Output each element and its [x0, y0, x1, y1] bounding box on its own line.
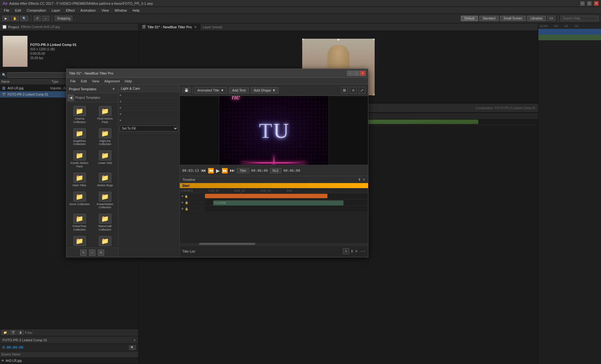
titler-menu-help[interactable]: Help [122, 79, 134, 84]
templates-back-btn[interactable]: ◀ [68, 95, 74, 101]
effects-controls-tab[interactable]: Effects Controls Art2-LR.jpg [21, 25, 60, 29]
ae-track-eye[interactable]: 👁 [1, 359, 4, 362]
menu-edit[interactable]: Edit [13, 8, 24, 13]
template-social-media[interactable]: 📁 Social Media [68, 235, 91, 248]
titler-menu-alignment[interactable]: Alignment [102, 79, 122, 84]
titler-menu-view[interactable]: View [89, 79, 102, 84]
menu-file[interactable]: File [1, 8, 12, 13]
template-fluid-motion[interactable]: 📁 Fluid Motion Pack [93, 105, 117, 125]
thumbnail-preview [3, 36, 27, 67]
track-2-eye[interactable]: 👁 [181, 201, 184, 204]
titler-menu-edit[interactable]: Edit [78, 79, 89, 84]
minimize-button[interactable]: ─ [580, 1, 585, 6]
fr-mark-3: 15f [574, 25, 578, 28]
track-1-eye[interactable]: 👁 [181, 195, 184, 198]
play-button[interactable]: ▶ [3, 16, 9, 21]
template-onair[interactable]: 📁 OnAir Collection [68, 190, 91, 211]
workspace-default[interactable]: Default [461, 16, 478, 21]
template-motion-bugs[interactable]: 📁 Motion Bugs [93, 171, 117, 188]
close-button[interactable]: ✕ [594, 1, 598, 6]
template-primetime[interactable]: 📁 PrimeTime Collection [68, 212, 91, 233]
titler-minimize[interactable]: ─ [347, 71, 353, 76]
canvas-grid-btn[interactable]: ⊞ [341, 87, 348, 94]
template-highline[interactable]: 📁 HighLine Collection [93, 127, 117, 148]
titler-menu-file[interactable]: File [68, 79, 78, 84]
rotate-tool[interactable]: ↺ [34, 16, 41, 21]
template-retrocraft[interactable]: 📁 RetroCraft Collection [93, 212, 117, 233]
templates-list-btn[interactable]: ≡ [98, 249, 104, 256]
titler-tl-scrollbar-thumb[interactable] [199, 243, 255, 245]
ae-tl-search-btn[interactable]: 🔍 [129, 345, 136, 350]
workspace-standard[interactable]: Standard [479, 16, 499, 21]
hand-tool[interactable]: ✋ [11, 16, 19, 21]
props-layer-3[interactable]: ≡ [118, 105, 179, 111]
workspace-more[interactable]: >> [547, 16, 555, 21]
title-list-expand[interactable]: ⬆ [350, 248, 354, 254]
snapping-btn[interactable]: Snapping [55, 16, 72, 21]
track-1-lock[interactable]: 🔒 [184, 195, 188, 198]
search-input[interactable] [561, 16, 598, 21]
titler-tl-expand[interactable]: ⬆ [358, 177, 361, 182]
template-sports[interactable]: 📁 Sports Collection [93, 235, 117, 248]
canvas-view-btn[interactable]: ≡ [350, 87, 357, 94]
titler-skip-end[interactable]: ⏭ [230, 168, 235, 173]
titler-step-fwd[interactable]: ⏩ [222, 168, 228, 174]
titler-track-3-label: 👁 🔒 [180, 207, 205, 210]
menu-effect[interactable]: Effect [63, 8, 77, 13]
title-list-add-btn[interactable]: + [343, 248, 349, 254]
props-layer-5[interactable]: ≡ [118, 117, 179, 124]
templates-delete-btn[interactable]: − [89, 249, 95, 256]
menu-window[interactable]: Window [112, 8, 129, 13]
titler-track-1-label: 👁 🔒 [180, 195, 205, 198]
track-2-lock[interactable]: 🔒 [185, 201, 188, 204]
titler-label-btn[interactable]: Titler [237, 168, 249, 173]
template-powermotion[interactable]: 📁 PowerMotion Collection [93, 190, 117, 211]
props-layer-1[interactable]: ≡ [118, 92, 179, 98]
maximize-button[interactable]: □ [587, 1, 592, 6]
workspace-small-screen[interactable]: Small Screen [500, 16, 525, 21]
workspace-libraries[interactable]: Libraries [527, 16, 546, 21]
menu-composition[interactable]: Composition [24, 8, 48, 13]
delete-item-btn[interactable]: 🗑 [18, 330, 24, 335]
template-main-titles[interactable]: 📁 Main Titles [68, 171, 91, 188]
title-list-close[interactable]: ✕ [355, 248, 358, 254]
move-tool[interactable]: ↔ [42, 16, 49, 21]
template-lower3rds[interactable]: 📁 Lower 3rds [93, 149, 117, 170]
menu-help[interactable]: Help [130, 8, 142, 13]
template-graphpax[interactable]: 📁 GraphPax Collection [68, 127, 91, 148]
titler-skip-start[interactable]: ⏮ [201, 168, 206, 173]
titler-play[interactable]: ▶ [216, 168, 220, 174]
track-3-eye[interactable]: 👁 [181, 207, 184, 210]
menu-animation[interactable]: Animation [78, 8, 98, 13]
titler-maximize[interactable]: □ [354, 71, 359, 76]
templates-add-btn[interactable]: + [80, 249, 87, 256]
props-layer-2[interactable]: ≡ [118, 98, 179, 105]
title-list-dots[interactable]: ⋯ [360, 248, 366, 254]
titler-step-back[interactable]: ⏪ [208, 168, 214, 174]
template-kinetic[interactable]: 📁 Kinetic Motion Pack [68, 149, 91, 170]
ae-tl-expand[interactable]: ≡ [134, 338, 136, 342]
add-text-btn[interactable]: Add Text [229, 87, 249, 93]
menu-view[interactable]: View [99, 8, 111, 13]
titler-tl-scrollbar[interactable] [180, 243, 368, 245]
comp-tab-close[interactable]: ✕ [194, 25, 197, 29]
set-to-fill-dropdown[interactable]: Set To Fill [120, 126, 178, 132]
canvas-expand-btn[interactable]: ⤢ [359, 87, 366, 94]
nle-btn[interactable]: NLE [270, 168, 281, 173]
props-layer-4[interactable]: ≡ [118, 111, 179, 117]
add-shape-dropdown[interactable]: Add Shape ▼ [251, 87, 278, 93]
new-folder-btn[interactable]: 📁 [2, 330, 9, 335]
ae-track-row[interactable]: 👁 Art2-LR.jpg [0, 358, 138, 364]
animated-title-dropdown[interactable]: Animated Title ▼ [195, 87, 227, 93]
titler-tl-close[interactable]: ✕ [362, 177, 366, 182]
comp-tab-main[interactable]: 🎬 Title 01* - NewBlue Titler Pro ✕ [139, 24, 200, 30]
template-cinema[interactable]: 📁 Cinema Collection [68, 105, 91, 125]
templates-options-btn[interactable]: ▼ [112, 87, 116, 91]
titler-close[interactable]: ✕ [360, 71, 366, 76]
menu-layer[interactable]: Layer [49, 8, 63, 13]
save-icon-btn[interactable]: 💾 [182, 87, 190, 93]
future-label: FUTURE [214, 201, 226, 204]
new-comp-btn[interactable]: 🎬 [10, 330, 16, 335]
zoom-tool[interactable]: 🔍 [20, 16, 28, 21]
track-3-lock[interactable]: 🔒 [185, 207, 188, 210]
